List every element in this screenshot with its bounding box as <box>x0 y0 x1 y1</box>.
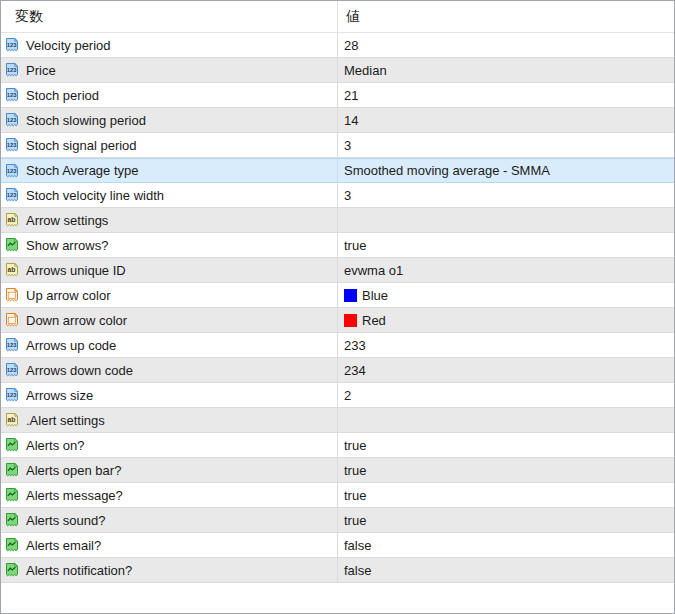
table-row[interactable]: ab Arrows unique ID evwma o1 <box>1 258 674 283</box>
param-name: Arrow settings <box>26 213 108 228</box>
param-name: Stoch velocity line width <box>26 188 164 203</box>
param-name-cell: 123 Stoch period <box>1 83 338 107</box>
table-row[interactable]: Show arrows? true <box>1 233 674 258</box>
param-value-cell[interactable]: Red <box>338 308 674 332</box>
param-name: Price <box>26 63 56 78</box>
param-name-cell: 123 Stoch signal period <box>1 133 338 157</box>
param-value-cell[interactable]: 233 <box>338 333 674 357</box>
table-row[interactable]: 123 Arrows down code 234 <box>1 358 674 383</box>
table-row[interactable]: 123 Price Median <box>1 58 674 83</box>
param-value: true <box>344 513 366 528</box>
table-row[interactable]: 123 Velocity period 28 <box>1 33 674 58</box>
table-row[interactable]: ab Arrow settings <box>1 208 674 233</box>
param-value-cell[interactable]: 14 <box>338 108 674 132</box>
table-row[interactable]: Alerts email? false <box>1 533 674 558</box>
bool-flag-icon <box>4 562 20 578</box>
numeric-123-icon: 123 <box>4 163 20 179</box>
param-value-cell[interactable]: 234 <box>338 358 674 382</box>
param-name-cell: Alerts notification? <box>1 558 338 582</box>
param-value-cell[interactable]: Smoothed moving average - SMMA <box>338 159 674 182</box>
param-name-cell: Alerts email? <box>1 533 338 557</box>
param-value: 3 <box>344 188 351 203</box>
table-row[interactable]: Alerts notification? false <box>1 558 674 583</box>
param-name-cell: 123 Price <box>1 58 338 82</box>
param-value-cell[interactable]: 21 <box>338 83 674 107</box>
param-name-cell: ab Arrows unique ID <box>1 258 338 282</box>
param-value: 21 <box>344 88 358 103</box>
param-value-cell[interactable]: true <box>338 483 674 507</box>
param-name: Alerts notification? <box>26 563 132 578</box>
table-row[interactable]: 123 Arrows up code 233 <box>1 333 674 358</box>
table-row[interactable]: 123 Stoch signal period 3 <box>1 133 674 158</box>
column-header-value-label: 値 <box>346 8 360 26</box>
param-value-cell[interactable]: true <box>338 433 674 457</box>
text-ab-icon: ab <box>4 212 20 228</box>
param-table-body: 123 Velocity period 28 123 Price Median … <box>1 33 674 583</box>
table-row[interactable]: 123 Stoch velocity line width 3 <box>1 183 674 208</box>
numeric-123-icon: 123 <box>4 387 20 403</box>
numeric-123-icon: 123 <box>4 362 20 378</box>
table-row[interactable]: ab .Alert settings <box>1 408 674 433</box>
table-row[interactable]: Down arrow color Red <box>1 308 674 333</box>
table-row[interactable]: 123 Stoch slowing period 14 <box>1 108 674 133</box>
param-value-cell[interactable]: 3 <box>338 183 674 207</box>
param-name-cell: Up arrow color <box>1 283 338 307</box>
numeric-123-icon: 123 <box>4 87 20 103</box>
param-value: 233 <box>344 338 366 353</box>
param-value-cell[interactable]: Blue <box>338 283 674 307</box>
param-value-cell[interactable] <box>338 408 674 432</box>
svg-text:123: 123 <box>7 92 17 98</box>
param-name-cell: Down arrow color <box>1 308 338 332</box>
svg-text:123: 123 <box>7 342 17 348</box>
table-row[interactable]: Alerts message? true <box>1 483 674 508</box>
param-value-cell[interactable]: 28 <box>338 33 674 57</box>
table-header: 変数 値 <box>1 1 674 33</box>
param-name: Alerts message? <box>26 488 123 503</box>
param-value-cell[interactable]: true <box>338 233 674 257</box>
param-name-cell: 123 Arrows down code <box>1 358 338 382</box>
param-name-cell: 123 Stoch Average type <box>1 159 338 182</box>
svg-text:123: 123 <box>7 167 17 173</box>
numeric-123-icon: 123 <box>4 37 20 53</box>
table-row[interactable]: Up arrow color Blue <box>1 283 674 308</box>
param-value-cell[interactable]: 3 <box>338 133 674 157</box>
param-value-cell[interactable]: Median <box>338 58 674 82</box>
param-name-cell: 123 Stoch velocity line width <box>1 183 338 207</box>
param-name-cell: 123 Arrows size <box>1 383 338 407</box>
param-value-cell[interactable]: evwma o1 <box>338 258 674 282</box>
param-name: .Alert settings <box>26 413 105 428</box>
numeric-123-icon: 123 <box>4 62 20 78</box>
table-row[interactable]: Alerts open bar? true <box>1 458 674 483</box>
color-swatch <box>344 289 357 302</box>
param-name: Arrows down code <box>26 363 133 378</box>
table-row[interactable]: 123 Arrows size 2 <box>1 383 674 408</box>
numeric-123-icon: 123 <box>4 337 20 353</box>
param-name-cell: Alerts sound? <box>1 508 338 532</box>
param-value-cell[interactable]: 2 <box>338 383 674 407</box>
table-row[interactable]: 123 Stoch Average type Smoothed moving a… <box>1 158 674 183</box>
param-value: evwma o1 <box>344 263 403 278</box>
bool-flag-icon <box>4 437 20 453</box>
param-value: true <box>344 463 366 478</box>
param-value-cell[interactable]: false <box>338 533 674 557</box>
svg-text:123: 123 <box>7 142 17 148</box>
param-value: 28 <box>344 38 358 53</box>
param-name-cell: 123 Velocity period <box>1 33 338 57</box>
param-value-cell[interactable]: true <box>338 508 674 532</box>
svg-text:123: 123 <box>7 392 17 398</box>
param-name: Arrows size <box>26 388 93 403</box>
param-name-cell: 123 Arrows up code <box>1 333 338 357</box>
table-row[interactable]: Alerts on? true <box>1 433 674 458</box>
param-value-cell[interactable]: false <box>338 558 674 582</box>
svg-text:123: 123 <box>7 367 17 373</box>
param-value-cell[interactable]: true <box>338 458 674 482</box>
param-value: Red <box>362 313 386 328</box>
svg-text:ab: ab <box>7 416 15 423</box>
color-palette-icon <box>4 312 20 328</box>
table-row[interactable]: Alerts sound? true <box>1 508 674 533</box>
table-row[interactable]: 123 Stoch period 21 <box>1 83 674 108</box>
param-value: Median <box>344 63 387 78</box>
param-value-cell[interactable] <box>338 208 674 232</box>
svg-text:ab: ab <box>7 266 15 273</box>
param-name-cell: Alerts open bar? <box>1 458 338 482</box>
